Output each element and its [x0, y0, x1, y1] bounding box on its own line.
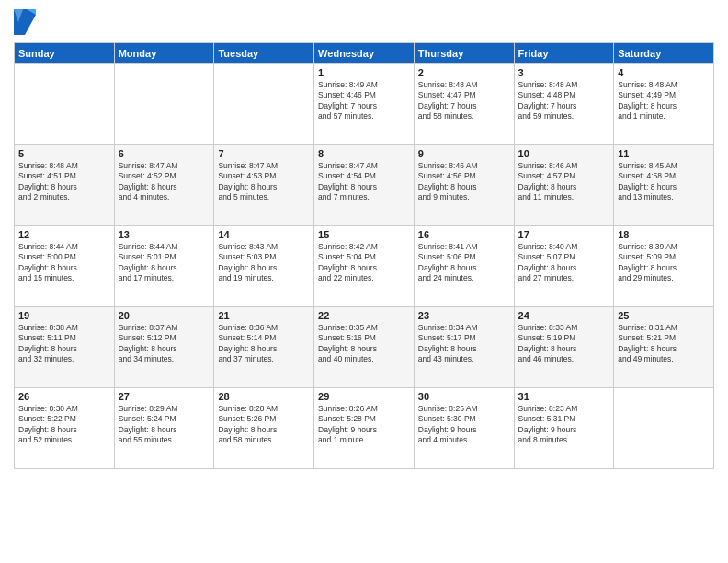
week-row-1: 1Sunrise: 8:49 AM Sunset: 4:46 PM Daylig…: [15, 64, 714, 145]
day-number: 5: [18, 148, 110, 159]
weekday-header-row: SundayMondayTuesdayWednesdayThursdayFrid…: [15, 43, 714, 64]
weekday-header-sunday: Sunday: [15, 43, 115, 64]
calendar: SundayMondayTuesdayWednesdayThursdayFrid…: [14, 42, 714, 469]
day-info: Sunrise: 8:37 AM Sunset: 5:12 PM Dayligh…: [119, 323, 210, 365]
day-info: Sunrise: 8:25 AM Sunset: 5:30 PM Dayligh…: [418, 404, 510, 446]
day-cell: 22Sunrise: 8:35 AM Sunset: 5:16 PM Dayli…: [314, 307, 415, 388]
day-info: Sunrise: 8:43 AM Sunset: 5:03 PM Dayligh…: [218, 242, 310, 284]
day-cell: 25Sunrise: 8:31 AM Sunset: 5:21 PM Dayli…: [614, 307, 714, 388]
day-number: 23: [418, 310, 510, 321]
day-cell: 26Sunrise: 8:30 AM Sunset: 5:22 PM Dayli…: [15, 388, 115, 469]
day-cell: 15Sunrise: 8:42 AM Sunset: 5:04 PM Dayli…: [314, 226, 415, 307]
day-info: Sunrise: 8:48 AM Sunset: 4:51 PM Dayligh…: [18, 161, 110, 203]
day-number: 18: [618, 229, 710, 240]
day-info: Sunrise: 8:38 AM Sunset: 5:11 PM Dayligh…: [18, 323, 110, 365]
day-number: 11: [618, 148, 710, 159]
week-row-3: 12Sunrise: 8:44 AM Sunset: 5:00 PM Dayli…: [15, 226, 714, 307]
day-info: Sunrise: 8:28 AM Sunset: 5:26 PM Dayligh…: [218, 404, 310, 446]
day-cell: 19Sunrise: 8:38 AM Sunset: 5:11 PM Dayli…: [15, 307, 115, 388]
weekday-header-wednesday: Wednesday: [314, 43, 415, 64]
day-cell: 14Sunrise: 8:43 AM Sunset: 5:03 PM Dayli…: [214, 226, 314, 307]
weekday-header-tuesday: Tuesday: [214, 43, 314, 64]
day-info: Sunrise: 8:33 AM Sunset: 5:19 PM Dayligh…: [518, 323, 610, 365]
day-info: Sunrise: 8:47 AM Sunset: 4:54 PM Dayligh…: [318, 161, 410, 203]
day-cell: 21Sunrise: 8:36 AM Sunset: 5:14 PM Dayli…: [214, 307, 314, 388]
day-cell: 31Sunrise: 8:23 AM Sunset: 5:31 PM Dayli…: [514, 388, 614, 469]
weekday-header-monday: Monday: [114, 43, 214, 64]
day-number: 28: [218, 391, 310, 402]
day-info: Sunrise: 8:39 AM Sunset: 5:09 PM Dayligh…: [618, 242, 710, 284]
day-number: 31: [518, 391, 610, 402]
day-info: Sunrise: 8:48 AM Sunset: 4:49 PM Dayligh…: [618, 80, 710, 122]
day-info: Sunrise: 8:36 AM Sunset: 5:14 PM Dayligh…: [218, 323, 310, 365]
logo: [14, 9, 40, 35]
day-info: Sunrise: 8:29 AM Sunset: 5:24 PM Dayligh…: [119, 404, 210, 446]
day-number: 29: [318, 391, 410, 402]
day-number: 20: [119, 310, 210, 321]
day-info: Sunrise: 8:48 AM Sunset: 4:47 PM Dayligh…: [418, 80, 510, 122]
day-number: 14: [218, 229, 310, 240]
day-cell: [214, 64, 314, 145]
day-cell: 5Sunrise: 8:48 AM Sunset: 4:51 PM Daylig…: [15, 145, 115, 226]
day-info: Sunrise: 8:34 AM Sunset: 5:17 PM Dayligh…: [418, 323, 510, 365]
day-info: Sunrise: 8:23 AM Sunset: 5:31 PM Dayligh…: [518, 404, 610, 446]
day-number: 13: [119, 229, 210, 240]
day-cell: 7Sunrise: 8:47 AM Sunset: 4:53 PM Daylig…: [214, 145, 314, 226]
day-cell: [114, 64, 214, 145]
day-cell: 20Sunrise: 8:37 AM Sunset: 5:12 PM Dayli…: [114, 307, 214, 388]
day-number: 21: [218, 310, 310, 321]
day-info: Sunrise: 8:46 AM Sunset: 4:56 PM Dayligh…: [418, 161, 510, 203]
day-info: Sunrise: 8:42 AM Sunset: 5:04 PM Dayligh…: [318, 242, 410, 284]
day-number: 4: [618, 67, 710, 78]
weekday-header-friday: Friday: [514, 43, 614, 64]
day-cell: 11Sunrise: 8:45 AM Sunset: 4:58 PM Dayli…: [614, 145, 714, 226]
day-info: Sunrise: 8:30 AM Sunset: 5:22 PM Dayligh…: [18, 404, 110, 446]
day-info: Sunrise: 8:40 AM Sunset: 5:07 PM Dayligh…: [518, 242, 610, 284]
weekday-header-thursday: Thursday: [414, 43, 514, 64]
day-number: 2: [418, 67, 510, 78]
day-number: 19: [18, 310, 110, 321]
day-cell: 1Sunrise: 8:49 AM Sunset: 4:46 PM Daylig…: [314, 64, 415, 145]
week-row-2: 5Sunrise: 8:48 AM Sunset: 4:51 PM Daylig…: [15, 145, 714, 226]
day-number: 8: [318, 148, 410, 159]
day-number: 6: [119, 148, 210, 159]
day-info: Sunrise: 8:35 AM Sunset: 5:16 PM Dayligh…: [318, 323, 410, 365]
day-cell: 8Sunrise: 8:47 AM Sunset: 4:54 PM Daylig…: [314, 145, 415, 226]
day-cell: 9Sunrise: 8:46 AM Sunset: 4:56 PM Daylig…: [414, 145, 514, 226]
day-number: 12: [18, 229, 110, 240]
day-number: 16: [418, 229, 510, 240]
day-cell: 28Sunrise: 8:28 AM Sunset: 5:26 PM Dayli…: [214, 388, 314, 469]
day-cell: 12Sunrise: 8:44 AM Sunset: 5:00 PM Dayli…: [15, 226, 115, 307]
day-info: Sunrise: 8:48 AM Sunset: 4:48 PM Dayligh…: [518, 80, 610, 122]
day-cell: 4Sunrise: 8:48 AM Sunset: 4:49 PM Daylig…: [614, 64, 714, 145]
day-cell: 6Sunrise: 8:47 AM Sunset: 4:52 PM Daylig…: [114, 145, 214, 226]
day-cell: [614, 388, 714, 469]
day-info: Sunrise: 8:44 AM Sunset: 5:00 PM Dayligh…: [18, 242, 110, 284]
day-number: 17: [518, 229, 610, 240]
day-info: Sunrise: 8:31 AM Sunset: 5:21 PM Dayligh…: [618, 323, 710, 365]
week-row-4: 19Sunrise: 8:38 AM Sunset: 5:11 PM Dayli…: [15, 307, 714, 388]
weekday-header-saturday: Saturday: [614, 43, 714, 64]
day-cell: [15, 64, 115, 145]
day-number: 25: [618, 310, 710, 321]
day-cell: 29Sunrise: 8:26 AM Sunset: 5:28 PM Dayli…: [314, 388, 415, 469]
week-row-5: 26Sunrise: 8:30 AM Sunset: 5:22 PM Dayli…: [15, 388, 714, 469]
day-number: 15: [318, 229, 410, 240]
day-number: 22: [318, 310, 410, 321]
day-number: 3: [518, 67, 610, 78]
day-number: 9: [418, 148, 510, 159]
day-number: 27: [119, 391, 210, 402]
day-info: Sunrise: 8:41 AM Sunset: 5:06 PM Dayligh…: [418, 242, 510, 284]
day-cell: 10Sunrise: 8:46 AM Sunset: 4:57 PM Dayli…: [514, 145, 614, 226]
day-number: 7: [218, 148, 310, 159]
day-cell: 13Sunrise: 8:44 AM Sunset: 5:01 PM Dayli…: [114, 226, 214, 307]
day-info: Sunrise: 8:49 AM Sunset: 4:46 PM Dayligh…: [318, 80, 410, 122]
day-number: 24: [518, 310, 610, 321]
day-number: 10: [518, 148, 610, 159]
day-cell: 23Sunrise: 8:34 AM Sunset: 5:17 PM Dayli…: [414, 307, 514, 388]
day-info: Sunrise: 8:47 AM Sunset: 4:52 PM Dayligh…: [119, 161, 210, 203]
day-cell: 16Sunrise: 8:41 AM Sunset: 5:06 PM Dayli…: [414, 226, 514, 307]
day-number: 26: [18, 391, 110, 402]
day-number: 30: [418, 391, 510, 402]
day-cell: 17Sunrise: 8:40 AM Sunset: 5:07 PM Dayli…: [514, 226, 614, 307]
